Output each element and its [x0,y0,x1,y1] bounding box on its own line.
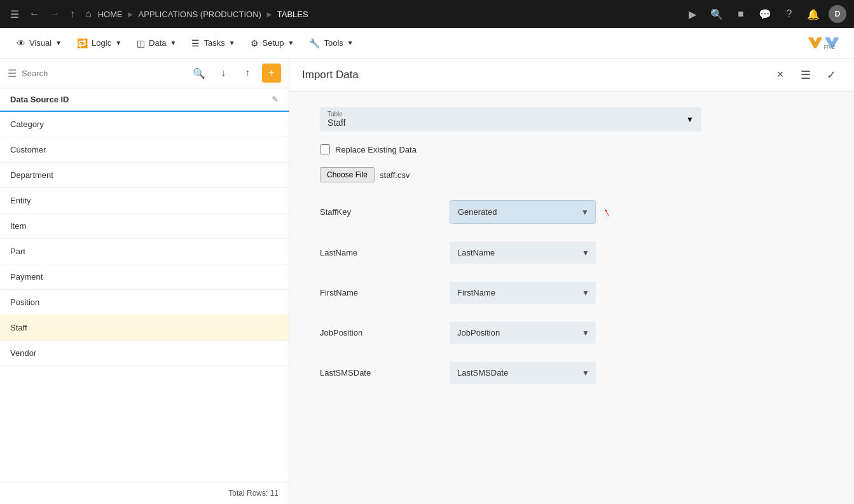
top-nav-actions: ▶ 🔍 ■ 💬 ? 🔔 D [684,5,846,23]
sidebar-footer: Total Rows: 11 [0,482,289,504]
field-row-staffkey: StaffKey Generated StaffKey LastName Fir… [320,200,823,224]
sidebar-item-staff[interactable]: Staff [0,315,289,341]
confirm-button[interactable]: ✓ [821,65,841,85]
search-icon[interactable]: 🔍 [708,5,726,23]
table-selector-row: Table Staff ▼ [320,107,701,132]
firstname-label: FirstName [320,288,434,297]
search-button[interactable]: 🔍 [189,64,209,83]
lastname-select[interactable]: LastName FirstName JobPosition LastSMSDa… [450,242,596,264]
panel-header: Import Data × ☰ ✓ [289,58,854,92]
tools-icon: 🔧 [309,38,320,48]
sidebar-item-payment[interactable]: Payment [0,264,289,290]
download-icon[interactable]: ↓ [214,64,233,83]
firstname-select-wrapper: FirstName LastName JobPosition LastSMSDa… [450,282,596,304]
sidebar-item-category[interactable]: Category [0,112,289,137]
sidebar-item-vendor[interactable]: Vendor [0,341,289,366]
nav-data[interactable]: ◫ Data ▼ [130,34,183,52]
breadcrumb-apps[interactable]: APPLICATIONS (PRODUCTION) [139,10,261,19]
add-button[interactable]: + [262,64,281,83]
staffkey-label: StaffKey [320,207,434,217]
eye-icon: 👁 [17,38,25,48]
gear-icon: ⚙ [251,38,259,48]
jobposition-select[interactable]: JobPosition FirstName LastName LastSMSDa… [450,322,596,344]
forward-icon[interactable]: → [47,6,62,22]
second-navigation: 👁 Visual ▼ 🔁 Logic ▼ ◫ Data ▼ ☰ Tasks ▼ … [0,28,854,58]
lastsmsdate-select[interactable]: LastSMSDate FirstName LastName JobPositi… [450,362,596,384]
logic-icon: 🔁 [77,38,88,48]
sidebar: ☰ 🔍 ↓ ↑ + Data Source ID ✎ Category Cust… [0,58,289,504]
nav-tools[interactable]: 🔧 Tools ▼ [303,34,359,52]
firstname-select[interactable]: FirstName LastName JobPosition LastSMSDa… [450,282,596,304]
svg-text:FIVE: FIVE [824,44,836,50]
staffkey-select[interactable]: Generated StaffKey LastName FirstName Jo… [450,201,595,223]
jobposition-select-wrapper: JobPosition FirstName LastName LastSMSDa… [450,322,596,344]
sidebar-item-entity[interactable]: Entity [0,188,289,214]
stop-icon[interactable]: ■ [732,5,750,23]
five-logo: FIVE [806,34,844,53]
import-form: Table Staff ▼ Replace Existing Data Choo… [289,92,854,417]
logic-chevron: ▼ [115,39,121,46]
tasks-icon: ☰ [191,38,200,48]
nav-logic[interactable]: 🔁 Logic ▼ [71,34,128,52]
up-icon[interactable]: ↑ [67,6,78,22]
help-icon[interactable]: ? [780,5,798,23]
nav-visual[interactable]: 👁 Visual ▼ [10,34,68,52]
field-row-jobposition: JobPosition JobPosition FirstName LastNa… [320,322,823,344]
field-row-firstname: FirstName FirstName LastName JobPosition… [320,282,823,304]
lastsmsdate-label: LastSMSDate [320,368,434,378]
sidebar-item-customer[interactable]: Customer [0,137,289,163]
sidebar-list: Category Customer Department Entity Item… [0,112,289,482]
lastsmsdate-select-wrapper: LastSMSDate FirstName LastName JobPositi… [450,362,596,384]
file-row: Choose File staff.csv [320,167,823,182]
close-button[interactable]: × [770,65,790,85]
field-row-lastname: LastName LastName FirstName JobPosition … [320,242,823,264]
breadcrumb-home[interactable]: HOME [98,10,123,19]
sidebar-toolbar: ☰ 🔍 ↓ ↑ + [0,58,289,88]
choose-file-button[interactable]: Choose File [320,167,375,182]
home-icon: ⌂ [83,6,94,22]
search-input[interactable] [22,69,184,78]
grid-icon: ◫ [137,38,145,48]
sidebar-header: Data Source ID ✎ [0,88,289,112]
data-chevron: ▼ [170,39,177,46]
breadcrumb-tables[interactable]: TABLES [277,10,308,19]
setup-chevron: ▼ [288,39,294,46]
chat-icon[interactable]: 💬 [756,5,774,23]
back-icon[interactable]: ← [27,6,42,22]
breadcrumb: ⌂ HOME ► APPLICATIONS (PRODUCTION) ► TAB… [83,6,678,22]
avatar[interactable]: D [829,5,846,23]
visual-chevron: ▼ [55,39,62,46]
play-icon[interactable]: ▶ [684,5,701,23]
hamburger-icon[interactable]: ☰ [8,6,22,23]
table-select[interactable]: Table Staff ▼ [320,107,701,132]
sidebar-item-position[interactable]: Position [0,290,289,315]
sidebar-item-item[interactable]: Item [0,214,289,239]
file-name: staff.csv [380,170,410,180]
replace-checkbox[interactable] [320,144,330,154]
sidebar-header-icon: ✎ [272,95,279,104]
upload-icon[interactable]: ↑ [238,64,257,83]
top-navigation: ☰ ← → ↑ ⌂ HOME ► APPLICATIONS (PRODUCTIO… [0,0,854,28]
replace-label: Replace Existing Data [335,145,417,154]
field-row-lastsmsdate: LastSMSDate LastSMSDate FirstName LastNa… [320,362,823,384]
bell-icon[interactable]: 🔔 [804,5,822,23]
nav-tasks[interactable]: ☰ Tasks ▼ [185,34,241,52]
tools-chevron: ▼ [347,39,354,46]
replace-checkbox-row: Replace Existing Data [320,144,823,154]
tasks-chevron: ▼ [229,39,235,46]
staffkey-select-wrapper: Generated StaffKey LastName FirstName Jo… [450,200,596,224]
search-container [22,69,184,78]
panel-actions: × ☰ ✓ [770,65,841,85]
field-mappings: StaffKey Generated StaffKey LastName Fir… [320,200,823,384]
sidebar-item-department[interactable]: Department [0,163,289,188]
table-select-arrow: ▼ [686,115,694,124]
svg-marker-0 [808,37,823,48]
jobposition-label: JobPosition [320,328,434,337]
right-panel: Import Data × ☰ ✓ Table Staff ▼ [289,58,854,504]
menu-button[interactable]: ☰ [795,65,816,85]
sidebar-item-part[interactable]: Part [0,239,289,264]
filter-icon: ☰ [8,67,17,79]
red-arrow-annotation: ↑ [600,204,613,220]
panel-title: Import Data [302,69,359,81]
nav-setup[interactable]: ⚙ Setup ▼ [244,34,301,52]
